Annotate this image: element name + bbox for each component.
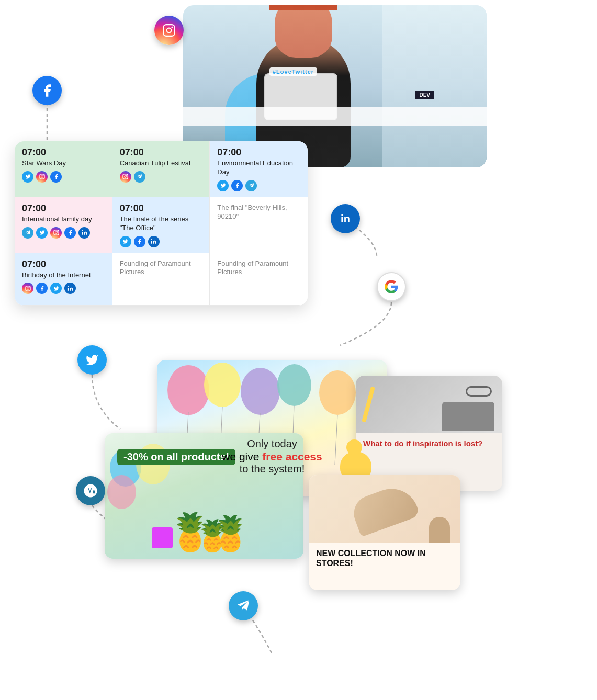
calendar-cell-3: 07:00International family day xyxy=(15,197,112,253)
cal-icon-ig-3 xyxy=(50,227,62,239)
cal-time-4: 07:00 xyxy=(120,204,202,213)
cal-time-2: 07:00 xyxy=(217,148,300,157)
instagram-bubble[interactable] xyxy=(154,16,184,45)
cal-icon-li-6 xyxy=(64,283,76,294)
svg-point-2 xyxy=(171,26,173,28)
google-bubble[interactable] xyxy=(377,272,406,301)
cal-icon-tw-3 xyxy=(36,227,48,239)
cal-icons-1 xyxy=(120,171,202,183)
calendar-panel: 07:00Star Wars Day07:00Canadian Tulip Fe… xyxy=(15,141,308,306)
cal-icons-0 xyxy=(22,171,105,183)
cal-icon-ig-0 xyxy=(36,171,48,183)
calendar-cell-5: The final "Beverly Hills, 90210" xyxy=(210,197,308,253)
cal-title-2: Environmental Education Day xyxy=(217,159,300,177)
free-access-highlight: free access xyxy=(262,450,322,462)
cal-title-6: Birthday of the Internet xyxy=(22,271,105,280)
card-collection: NEW COLLECTION NOW IN STORES! xyxy=(309,475,460,590)
calendar-cell-4: 07:00The finale of the series "The Offic… xyxy=(112,197,210,253)
cal-icon-li-3 xyxy=(78,227,90,239)
svg-rect-10 xyxy=(53,230,58,235)
svg-point-12 xyxy=(57,231,58,232)
twitter-bubble[interactable] xyxy=(77,345,107,375)
free-access-line2: we give free access xyxy=(167,450,377,463)
calendar-cell-2: 07:00Environmental Education Day xyxy=(210,141,308,197)
cal-icon-tw-6 xyxy=(50,283,62,294)
cal-title-7: Founding of Paramount Pictures xyxy=(120,259,202,277)
cal-time-3: 07:00 xyxy=(22,204,105,213)
svg-rect-15 xyxy=(25,286,30,291)
cal-title-0: Star Wars Day xyxy=(22,159,105,168)
cal-icon-fb-6 xyxy=(36,283,48,294)
svg-point-11 xyxy=(55,232,57,234)
svg-point-14 xyxy=(151,239,152,240)
svg-rect-0 xyxy=(163,25,175,36)
calendar-cell-0: 07:00Star Wars Day xyxy=(15,141,112,197)
cal-icons-6 xyxy=(22,283,105,294)
cal-title-4: The finale of the series "The Office" xyxy=(120,215,202,233)
cal-time-6: 07:00 xyxy=(22,259,105,269)
cal-icon-tw-4 xyxy=(120,236,131,247)
svg-point-8 xyxy=(125,176,127,178)
cal-title-1: Canadian Tulip Festival xyxy=(120,159,202,168)
free-access-line1: Only today xyxy=(167,437,377,450)
hashtag-love-twitter: #LoveTwitter xyxy=(269,67,317,76)
svg-point-6 xyxy=(43,175,43,176)
svg-rect-4 xyxy=(39,174,44,179)
cal-title-8: Founding of Paramount Pictures xyxy=(217,259,300,277)
telegram-bubble[interactable] xyxy=(229,591,258,620)
cal-icon-tg-2 xyxy=(245,180,257,191)
cal-title-5: The final "Beverly Hills, 90210" xyxy=(217,204,300,221)
cal-icon-tg-3 xyxy=(22,227,33,239)
cal-icon-ig-1 xyxy=(120,171,131,183)
cal-icon-tg-1 xyxy=(134,171,145,183)
calendar-cell-7: Founding of Paramount Pictures xyxy=(112,253,210,306)
cal-title-3: International family day xyxy=(22,215,105,224)
card-balloons: Only today we give free access to the sy… xyxy=(157,360,387,496)
cal-icon-fb-4 xyxy=(134,236,145,247)
cal-icon-li-4 xyxy=(148,236,160,247)
cal-time-0: 07:00 xyxy=(22,148,105,157)
calendar-grid: 07:00Star Wars Day07:00Canadian Tulip Fe… xyxy=(15,141,308,306)
free-access-line3: to the system! xyxy=(167,463,377,475)
cal-icons-2 xyxy=(217,180,300,191)
wordpress-bubble[interactable] xyxy=(76,476,105,505)
svg-point-16 xyxy=(27,288,29,290)
cal-icon-fb-2 xyxy=(231,180,243,191)
dev-badge: DEV xyxy=(415,91,434,99)
svg-rect-7 xyxy=(123,174,128,179)
cal-icons-4 xyxy=(120,236,202,247)
svg-point-5 xyxy=(41,176,43,178)
cal-icons-3 xyxy=(22,227,105,239)
collection-title: NEW COLLECTION NOW IN STORES! xyxy=(316,548,453,568)
cal-icon-ig-6 xyxy=(22,283,33,294)
svg-point-13 xyxy=(82,230,83,231)
svg-point-9 xyxy=(126,175,127,176)
svg-point-18 xyxy=(67,286,69,287)
cal-time-1: 07:00 xyxy=(120,148,202,157)
calendar-cell-6: 07:00Birthday of the Internet xyxy=(15,253,112,306)
facebook-bubble[interactable] xyxy=(32,76,62,105)
svg-point-17 xyxy=(29,287,29,287)
linkedin-bubble[interactable]: in xyxy=(331,204,360,233)
svg-point-1 xyxy=(167,28,172,33)
calendar-cell-8: Founding of Paramount Pictures xyxy=(210,253,308,306)
cal-icon-fb-3 xyxy=(64,227,76,239)
cal-icon-tw-2 xyxy=(217,180,229,191)
cal-icon-tw-0 xyxy=(22,171,33,183)
cal-icon-fb-0 xyxy=(50,171,62,183)
calendar-cell-1: 07:00Canadian Tulip Festival xyxy=(112,141,210,197)
